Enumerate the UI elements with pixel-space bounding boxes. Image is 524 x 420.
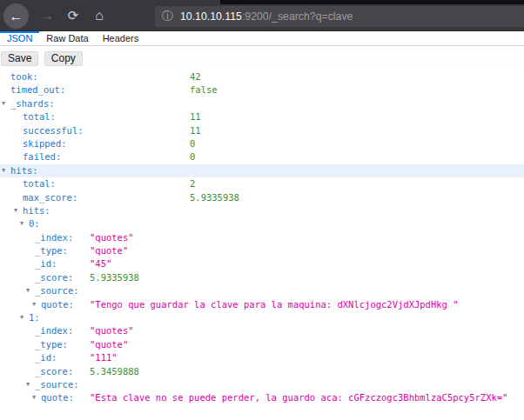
save-button[interactable]: Save xyxy=(1,51,38,66)
url-path: :9200/_search?q=clave xyxy=(242,10,353,23)
expander-icon[interactable]: ▼ xyxy=(26,378,30,391)
json-value: 11 xyxy=(190,124,201,137)
json-viewer-toolbar: Save Copy xyxy=(0,46,524,67)
json-key: quote: xyxy=(41,392,74,403)
json-key: took: xyxy=(10,71,38,82)
json-row: _id:"111" xyxy=(0,351,524,364)
json-key: _type: xyxy=(35,339,68,350)
json-row: max_score:5.9335938 xyxy=(0,191,524,204)
json-value: "quotes" xyxy=(90,324,134,337)
json-row: ▼0: xyxy=(0,217,524,230)
json-key: skipped: xyxy=(23,138,67,149)
json-row: ▼_shards: xyxy=(0,97,524,110)
expander-icon[interactable]: ▼ xyxy=(20,311,24,324)
expander-icon[interactable]: ▼ xyxy=(20,217,24,230)
forward-button[interactable]: → xyxy=(36,4,58,27)
json-key: hits: xyxy=(10,165,38,176)
json-value: 42 xyxy=(190,70,201,83)
json-value: "Tengo que guardar la clave para la maqu… xyxy=(90,298,459,311)
json-key: successful: xyxy=(23,125,84,136)
expander-icon[interactable]: ▼ xyxy=(2,97,5,110)
tab-strip xyxy=(220,0,524,4)
json-key: quote: xyxy=(41,299,74,310)
json-value: "quotes" xyxy=(90,231,134,244)
json-key: _type: xyxy=(35,245,68,256)
json-row: _type:"quote" xyxy=(0,338,524,351)
json-key: _id: xyxy=(35,352,57,363)
json-key: _index: xyxy=(35,325,73,336)
tab-headers[interactable]: Headers xyxy=(96,31,146,45)
json-row: ▼quote:"Tengo que guardar la clave para … xyxy=(0,298,524,311)
json-row: _index:"quotes" xyxy=(0,231,524,244)
json-row: successful:11 xyxy=(0,124,524,137)
reload-button[interactable]: ⟳ xyxy=(62,4,84,27)
json-row: timed_out:false xyxy=(0,83,524,97)
json-row: ▼hits: xyxy=(0,204,524,217)
json-key: max_score: xyxy=(23,192,77,203)
home-button[interactable]: ⌂ xyxy=(88,4,111,27)
json-row: ▼_source: xyxy=(0,284,524,297)
json-key: timed_out: xyxy=(10,84,65,95)
copy-button[interactable]: Copy xyxy=(44,51,83,66)
expander-icon[interactable]: ▼ xyxy=(2,164,5,177)
json-value: false xyxy=(190,83,218,97)
json-value: 2 xyxy=(190,177,195,190)
json-key: 1: xyxy=(29,312,40,323)
json-value: 5.3459888 xyxy=(90,365,139,378)
url-host: 10.10.10.115 xyxy=(180,10,242,23)
json-row: ▼hits: xyxy=(0,164,524,177)
json-key: _score: xyxy=(35,366,73,377)
json-value: "quote" xyxy=(90,244,128,257)
json-value: "Esta clave no se puede perder, la guard… xyxy=(90,391,507,404)
json-value: 0 xyxy=(190,150,195,163)
json-row: failed:0 xyxy=(0,150,524,163)
json-row: total:11 xyxy=(0,110,524,123)
tab-raw-data[interactable]: Raw Data xyxy=(39,31,95,45)
json-key: _shards: xyxy=(10,98,55,109)
json-key: total: xyxy=(23,111,56,122)
json-row: _id:"45" xyxy=(0,257,524,270)
json-row: _index:"quotes" xyxy=(0,324,524,337)
json-value: 0 xyxy=(190,137,195,150)
json-row: ▼quote:"Esta clave no se puede perder, l… xyxy=(0,391,524,404)
json-key: _score: xyxy=(35,272,73,283)
json-key: total: xyxy=(23,178,56,189)
json-value: 5.9335938 xyxy=(90,271,139,284)
json-row: _score:5.9335938 xyxy=(0,271,524,284)
json-row: took:42 xyxy=(0,70,524,83)
expander-icon[interactable]: ▼ xyxy=(26,284,30,297)
json-key: failed: xyxy=(23,151,61,162)
json-value: "111" xyxy=(90,351,118,364)
back-button[interactable]: ← xyxy=(3,3,29,29)
url-bar[interactable]: ⓘ 10.10.10.115 :9200/_search?q=clave xyxy=(155,6,524,27)
json-value: 11 xyxy=(190,110,201,123)
json-row: _score:5.3459888 xyxy=(0,365,524,378)
browser-toolbar: ← → ⟳ ⌂ ⓘ 10.10.10.115 :9200/_search?q=c… xyxy=(0,0,524,31)
json-row: total:2 xyxy=(0,177,524,190)
json-key: _source: xyxy=(35,285,79,296)
json-key: 0: xyxy=(29,218,40,229)
json-key: hits: xyxy=(23,205,50,216)
json-viewer-tabbar: JSON Raw Data Headers xyxy=(0,31,524,46)
site-info-icon[interactable]: ⓘ xyxy=(162,9,173,24)
json-value: "45" xyxy=(90,257,111,270)
expander-icon[interactable]: ▼ xyxy=(14,204,17,217)
json-row: _type:"quote" xyxy=(0,244,524,257)
expander-icon[interactable]: ▼ xyxy=(32,298,36,311)
json-value: "quote" xyxy=(90,338,128,351)
json-row: ▼1: xyxy=(0,311,524,324)
tab-json[interactable]: JSON xyxy=(0,31,39,45)
json-row: skipped:0 xyxy=(0,137,524,150)
json-key: _index: xyxy=(35,232,73,243)
json-key: _source: xyxy=(35,379,79,390)
json-tree: took:42timed_out:false▼_shards:total:11s… xyxy=(0,67,524,420)
json-value: 5.9335938 xyxy=(190,191,239,204)
json-row: ▼_source: xyxy=(0,378,524,391)
expander-icon[interactable]: ▼ xyxy=(32,391,36,404)
json-key: _id: xyxy=(35,258,57,269)
